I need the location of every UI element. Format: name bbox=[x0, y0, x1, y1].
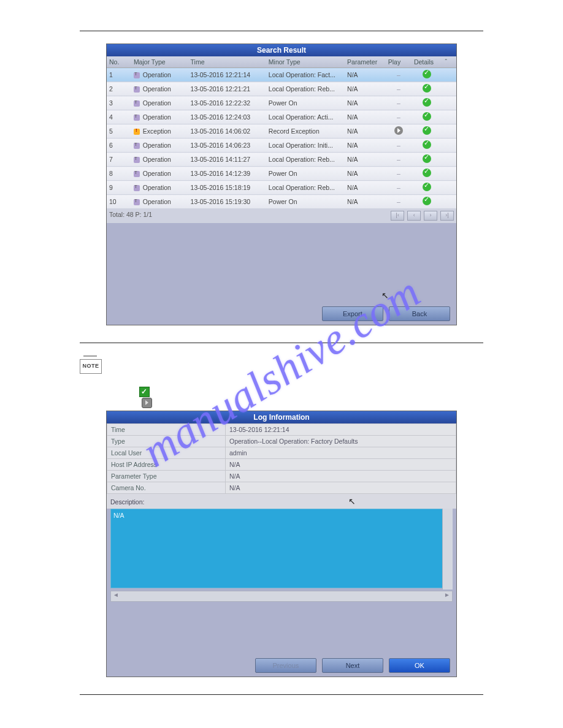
col-time[interactable]: Time bbox=[188, 56, 266, 68]
cell-minor: Power On bbox=[266, 167, 345, 181]
search-result-table: No. Major Type Time Minor Type Parameter… bbox=[107, 56, 456, 223]
table-row[interactable]: 10 Operation13-05-2016 15:19:30Power OnN… bbox=[107, 195, 456, 209]
table-row[interactable]: 9 Operation13-05-2016 15:18:19Local Oper… bbox=[107, 181, 456, 195]
body-text: Up to 2000 log files can be displayed ea… bbox=[80, 376, 483, 408]
details-check-icon[interactable] bbox=[423, 70, 431, 78]
table-row[interactable]: 4 Operation13-05-2016 12:24:03Local Oper… bbox=[107, 110, 456, 124]
cell-minor: Record Exception bbox=[266, 124, 345, 138]
table-row[interactable]: 1 Operation13-05-2016 12:21:14Local Oper… bbox=[107, 68, 456, 82]
horizontal-scrollbar[interactable] bbox=[110, 591, 453, 602]
cell-major: Operation bbox=[131, 167, 188, 181]
table-row[interactable]: 3 Operation13-05-2016 12:22:32Power OnN/… bbox=[107, 96, 456, 110]
log-info-panel: Log Information Time13-05-2016 12:21:14T… bbox=[106, 411, 457, 677]
kv-value: N/A bbox=[226, 470, 456, 482]
play-dash: – bbox=[397, 184, 400, 191]
table-row[interactable]: 8 Operation13-05-2016 14:12:39Power OnN/… bbox=[107, 167, 456, 181]
scroll-track[interactable] bbox=[442, 181, 456, 195]
play-dash: – bbox=[397, 142, 400, 149]
kv-value: N/A bbox=[226, 458, 456, 470]
back-button[interactable]: Back bbox=[389, 306, 450, 321]
operation-icon bbox=[134, 72, 140, 78]
scroll-track[interactable] bbox=[442, 167, 456, 181]
scroll-track[interactable] bbox=[442, 138, 456, 153]
cell-details bbox=[412, 195, 443, 209]
pager-last-icon[interactable]: ›| bbox=[440, 211, 454, 221]
cell-no: 1 bbox=[107, 68, 131, 82]
search-result-panel: Search Result No. Major Type Time Minor … bbox=[106, 44, 457, 325]
figure-caption-1: Figure 14. 8 Log Search Results bbox=[80, 329, 483, 336]
pager-next-icon[interactable]: › bbox=[424, 211, 437, 221]
table-row[interactable]: 2 Operation13-05-2016 12:21:21Local Oper… bbox=[107, 82, 456, 96]
details-check-icon[interactable] bbox=[423, 84, 431, 93]
kv-key: Time bbox=[107, 423, 226, 435]
cell-major: Operation bbox=[131, 110, 188, 124]
scroll-up-icon[interactable]: ˆ bbox=[442, 56, 456, 68]
col-major[interactable]: Major Type bbox=[131, 56, 188, 68]
previous-button[interactable]: Previous bbox=[255, 658, 316, 673]
cell-major: Operation bbox=[131, 68, 188, 82]
scroll-track[interactable] bbox=[442, 110, 456, 124]
cell-minor: Local Operation: Reb... bbox=[266, 82, 345, 96]
details-check-icon[interactable] bbox=[423, 126, 431, 135]
line3b: button to view the related video files i… bbox=[154, 398, 297, 406]
vertical-scrollbar[interactable] bbox=[442, 509, 453, 590]
next-button[interactable]: Next bbox=[322, 658, 383, 673]
details-check-icon[interactable] bbox=[423, 183, 431, 191]
play-icon[interactable] bbox=[394, 126, 403, 135]
col-no[interactable]: No. bbox=[107, 56, 131, 68]
kv-key: Parameter Type bbox=[107, 470, 226, 482]
cursor-icon-2: ↖ bbox=[348, 496, 356, 506]
scroll-track[interactable] bbox=[442, 82, 456, 96]
cell-details bbox=[412, 110, 443, 124]
top-rule bbox=[80, 31, 483, 31]
cell-time: 13-05-2016 12:21:14 bbox=[188, 68, 266, 82]
cell-param: N/A bbox=[345, 153, 386, 167]
table-row[interactable]: 5 Exception13-05-2016 14:06:02Record Exc… bbox=[107, 124, 456, 138]
operation-icon bbox=[134, 100, 140, 107]
play-dash: – bbox=[397, 198, 400, 205]
play-dash: – bbox=[397, 113, 400, 121]
cell-details bbox=[412, 96, 443, 110]
details-check-icon[interactable] bbox=[423, 140, 431, 149]
details-check-icon[interactable] bbox=[423, 98, 431, 107]
details-check-icon[interactable] bbox=[423, 154, 431, 163]
table-row[interactable]: 6 Operation13-05-2016 14:06:23Local Oper… bbox=[107, 138, 456, 153]
col-minor[interactable]: Minor Type bbox=[266, 56, 345, 68]
play-dash: – bbox=[397, 156, 400, 163]
table-row[interactable]: 7 Operation13-05-2016 14:11:27Local Oper… bbox=[107, 153, 456, 167]
details-check-icon[interactable] bbox=[423, 197, 431, 205]
cell-no: 4 bbox=[107, 110, 131, 124]
scroll-track[interactable] bbox=[442, 96, 456, 110]
cell-major: Operation bbox=[131, 82, 188, 96]
description-label: Description: ↖ bbox=[107, 494, 456, 509]
ok-button[interactable]: OK bbox=[389, 658, 450, 673]
line2c: button of each log or double-click it to… bbox=[151, 388, 376, 395]
figure-caption-2: Figure 14. 9 Log Details bbox=[80, 681, 483, 688]
cell-no: 3 bbox=[107, 96, 131, 110]
cell-minor: Power On bbox=[266, 195, 345, 209]
scroll-track[interactable] bbox=[442, 68, 456, 82]
cell-details bbox=[412, 138, 443, 153]
col-param[interactable]: Parameter bbox=[345, 56, 386, 68]
cell-minor: Power On bbox=[266, 96, 345, 110]
play-inline-icon bbox=[142, 398, 152, 408]
kv-value: Operation--Local Operation: Factory Defa… bbox=[226, 435, 456, 447]
pager-first-icon[interactable]: |‹ bbox=[391, 211, 404, 221]
col-play[interactable]: Play bbox=[386, 56, 412, 68]
scroll-track[interactable] bbox=[442, 195, 456, 209]
cell-major: Operation bbox=[131, 153, 188, 167]
cell-minor: Local Operation: Fact... bbox=[266, 68, 345, 82]
details-check-icon[interactable] bbox=[423, 112, 431, 121]
col-details[interactable]: Details bbox=[412, 56, 443, 68]
play-dash: – bbox=[397, 170, 400, 177]
scroll-track[interactable] bbox=[442, 124, 456, 138]
cell-minor: Local Operation: Reb... bbox=[266, 153, 345, 167]
pager-buttons[interactable]: |‹ ‹ › ›| bbox=[389, 211, 454, 221]
export-button[interactable]: Export bbox=[322, 306, 383, 321]
scroll-track[interactable] bbox=[442, 153, 456, 167]
cell-param: N/A bbox=[345, 96, 386, 110]
cell-major: Operation bbox=[131, 138, 188, 153]
pager-prev-icon[interactable]: ‹ bbox=[407, 211, 421, 221]
play-dash: – bbox=[397, 99, 400, 107]
details-check-icon[interactable] bbox=[423, 169, 431, 177]
